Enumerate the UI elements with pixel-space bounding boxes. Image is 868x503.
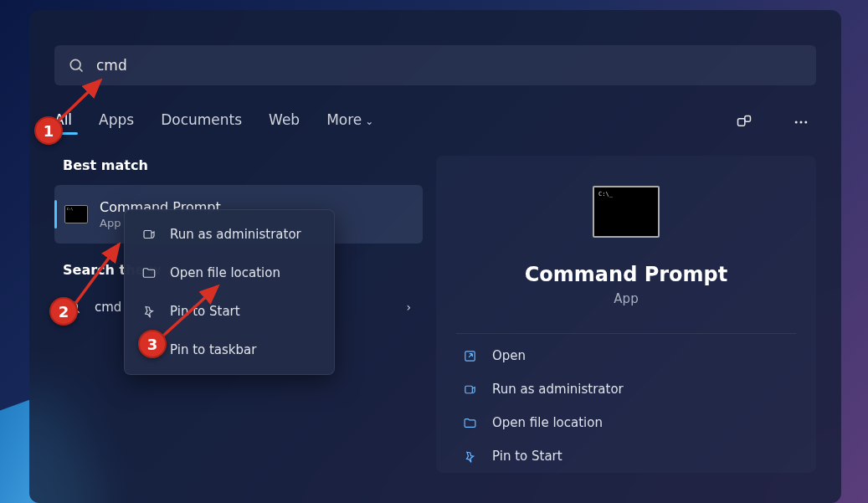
divider xyxy=(456,333,796,334)
cmd-large-icon xyxy=(593,186,660,238)
action-open-location[interactable]: Open file location xyxy=(456,406,796,439)
svg-point-6 xyxy=(804,121,807,124)
cm-open-location[interactable]: Open file location xyxy=(125,254,334,292)
action-label: Pin to Start xyxy=(492,449,562,464)
svg-rect-3 xyxy=(745,116,751,122)
preview-subtitle: App xyxy=(614,291,638,306)
more-options-icon[interactable] xyxy=(786,107,816,137)
shield-admin-icon xyxy=(141,227,157,242)
tab-apps[interactable]: Apps xyxy=(99,111,134,133)
action-label: Open xyxy=(492,348,526,363)
shield-admin-icon xyxy=(463,382,477,397)
cm-run-admin[interactable]: Run as administrator xyxy=(125,215,334,254)
svg-rect-10 xyxy=(465,386,473,393)
section-best-match: Best match xyxy=(63,157,423,173)
annotation-badge-3: 3 xyxy=(138,330,167,358)
action-label: Open file location xyxy=(492,415,603,430)
pin-icon xyxy=(141,304,157,319)
svg-rect-2 xyxy=(738,119,745,126)
tab-web[interactable]: Web xyxy=(269,111,300,133)
svg-point-5 xyxy=(800,121,803,124)
action-pin-start[interactable]: Pin to Start xyxy=(456,439,796,473)
filter-tabs: All Apps Documents Web More⌄ xyxy=(54,107,816,137)
open-icon xyxy=(463,349,477,363)
cm-label: Pin to taskbar xyxy=(170,342,256,357)
action-run-admin[interactable]: Run as administrator xyxy=(456,372,796,406)
annotation-badge-1: 1 xyxy=(34,116,63,145)
pin-icon xyxy=(463,449,477,464)
cm-label: Open file location xyxy=(170,265,280,280)
cm-label: Run as administrator xyxy=(170,227,301,242)
cm-label: Pin to Start xyxy=(170,304,240,319)
action-label: Run as administrator xyxy=(492,382,624,397)
quick-search-icon[interactable] xyxy=(729,107,759,137)
search-bar[interactable] xyxy=(54,45,816,85)
tab-more[interactable]: More⌄ xyxy=(326,111,373,133)
folder-icon xyxy=(141,265,157,280)
annotation-badge-2: 2 xyxy=(49,297,78,326)
search-icon xyxy=(68,57,85,74)
chevron-down-icon: ⌄ xyxy=(365,115,373,127)
cmd-app-icon xyxy=(64,205,88,223)
preview-title: Command Prompt xyxy=(525,263,728,286)
search-input[interactable] xyxy=(96,57,803,74)
cm-pin-start[interactable]: Pin to Start xyxy=(125,292,334,331)
svg-point-0 xyxy=(70,59,80,69)
svg-point-4 xyxy=(795,121,798,124)
action-open[interactable]: Open xyxy=(456,339,796,372)
svg-rect-11 xyxy=(144,231,152,239)
tab-documents[interactable]: Documents xyxy=(161,111,242,133)
preview-pane: Command Prompt App Open Run as administr… xyxy=(436,156,816,473)
svg-line-1 xyxy=(80,69,83,72)
chevron-right-icon: › xyxy=(406,300,411,314)
folder-icon xyxy=(463,416,477,430)
